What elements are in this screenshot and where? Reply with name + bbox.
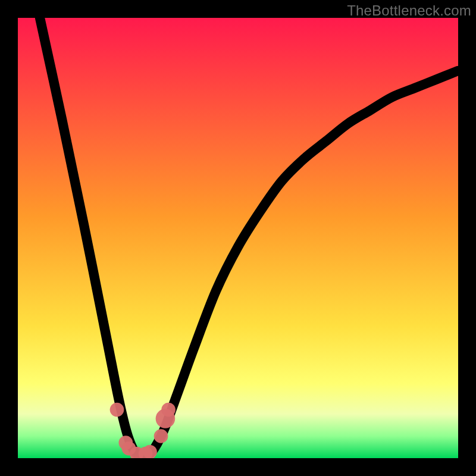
- bottleneck-curve: [40, 18, 458, 456]
- watermark-text: TheBottleneck.com: [347, 2, 471, 19]
- curve-marker: [110, 403, 124, 417]
- curve-marker: [161, 403, 176, 417]
- chart-svg: [18, 18, 458, 458]
- curve-marker: [154, 429, 168, 443]
- plot-area: [18, 18, 458, 458]
- outer-black-frame: TheBottleneck.com: [0, 0, 476, 476]
